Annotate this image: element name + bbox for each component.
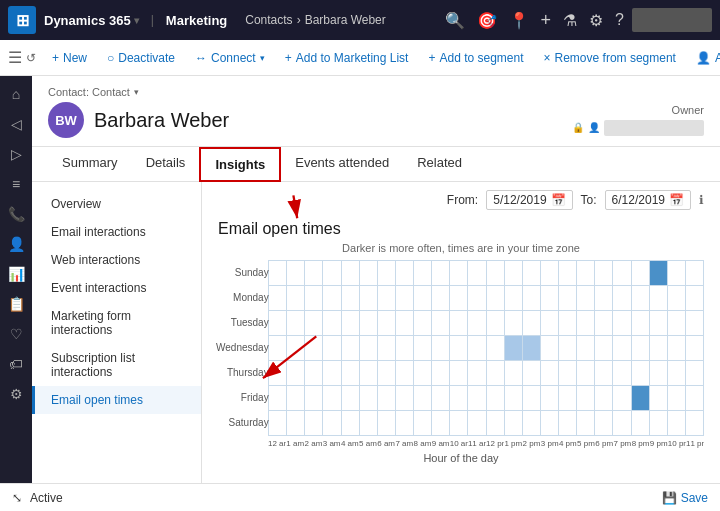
heatmap-cell — [487, 386, 504, 410]
heatmap-cell — [577, 311, 594, 335]
tab-summary[interactable]: Summary — [48, 147, 132, 182]
heatmap-cell — [396, 361, 413, 385]
chevron-down-icon: ▾ — [134, 87, 139, 97]
chevron-down-icon: ▾ — [260, 53, 265, 63]
heatmap-cell — [305, 311, 322, 335]
col-label: 1 am — [286, 439, 304, 448]
heatmap-cell — [305, 261, 322, 285]
nav-divider: | — [151, 13, 154, 27]
target-icon[interactable]: 🎯 — [477, 11, 497, 30]
nav-item-email-interactions[interactable]: Email interactions — [32, 218, 201, 246]
help-icon[interactable]: ? — [615, 11, 624, 29]
settings-icon[interactable]: ⚙ — [589, 11, 603, 30]
heatmap-cell — [414, 361, 431, 385]
deactivate-icon: ○ — [107, 51, 114, 65]
nav-item-marketing-form[interactable]: Marketing form interactions — [32, 302, 201, 344]
breadcrumb-contacts[interactable]: Contacts — [245, 13, 292, 27]
calendar-from-icon[interactable]: 📅 — [551, 193, 566, 207]
sidebar-home-icon[interactable]: ⌂ — [2, 80, 30, 108]
date-from-input[interactable]: 5/12/2019 📅 — [486, 190, 572, 210]
add-to-marketing-list-button[interactable]: + Add to Marketing List — [277, 47, 417, 69]
heatmap-cell — [632, 336, 649, 360]
heatmap-cell — [287, 411, 304, 435]
sidebar-settings-icon[interactable]: ⚙ — [2, 380, 30, 408]
date-range-bar: From: 5/12/2019 📅 To: 6/12/2019 📅 ℹ — [218, 190, 704, 210]
heatmap-cell — [414, 336, 431, 360]
heatmap-cell — [287, 336, 304, 360]
filter-icon[interactable]: ⚗ — [563, 11, 577, 30]
save-button[interactable]: 💾 Save — [662, 491, 708, 505]
date-to-input[interactable]: 6/12/2019 📅 — [605, 190, 691, 210]
sidebar-list-icon[interactable]: 📋 — [2, 290, 30, 318]
connect-button[interactable]: ↔ Connect ▾ — [187, 47, 273, 69]
sidebar-heart-icon[interactable]: ♡ — [2, 320, 30, 348]
heatmap-cell — [595, 411, 612, 435]
breadcrumb-contact-name[interactable]: Barbara Weber — [305, 13, 386, 27]
col-label: 8 am — [413, 439, 431, 448]
assign-button[interactable]: 👤 Assign — [688, 47, 720, 69]
nav-module[interactable]: Marketing — [166, 13, 227, 28]
tab-insights[interactable]: Insights — [199, 147, 281, 182]
nav-item-event-interactions[interactable]: Event interactions — [32, 274, 201, 302]
heatmap-cell — [523, 261, 540, 285]
col-label: 5 am — [359, 439, 377, 448]
nav-item-email-open-times[interactable]: Email open times — [32, 386, 201, 414]
heatmap-cell — [668, 311, 685, 335]
deactivate-button[interactable]: ○ Deactivate — [99, 47, 183, 69]
heatmap-cell — [342, 286, 359, 310]
heatmap-cell — [360, 336, 377, 360]
app-icon[interactable]: ⊞ — [8, 6, 36, 34]
heatmap-cell — [650, 286, 667, 310]
sidebar-forward-icon[interactable]: ▷ — [2, 140, 30, 168]
heatmap-cell — [541, 311, 558, 335]
heatmap-cell — [468, 386, 485, 410]
heatmap-cell — [468, 336, 485, 360]
heatmap-cell — [323, 386, 340, 410]
calendar-to-icon[interactable]: 📅 — [669, 193, 684, 207]
to-label: To: — [581, 193, 597, 207]
info-icon[interactable]: ℹ — [699, 193, 704, 207]
heatmap-cell — [559, 261, 576, 285]
tab-details[interactable]: Details — [132, 147, 200, 182]
expand-status-icon[interactable]: ⤡ — [12, 491, 22, 505]
add-icon[interactable]: + — [541, 10, 552, 31]
sidebar-tag-icon[interactable]: 🏷 — [2, 350, 30, 378]
heatmap-cell — [432, 336, 449, 360]
new-button[interactable]: + New — [44, 47, 95, 69]
nav-item-subscription-list[interactable]: Subscription list interactions — [32, 344, 201, 386]
col-label: 7 am — [395, 439, 413, 448]
col-label: 12 am — [268, 439, 286, 448]
row-label-thursday: Thursday — [216, 360, 273, 384]
app-name[interactable]: Dynamics 365 ▾ — [44, 13, 139, 28]
user-avatar[interactable] — [632, 8, 712, 32]
heatmap-cell — [360, 361, 377, 385]
location-icon[interactable]: 📍 — [509, 11, 529, 30]
sidebar-phone-icon[interactable]: 📞 — [2, 200, 30, 228]
sidebar-activities-icon[interactable]: ≡ — [2, 170, 30, 198]
tab-related[interactable]: Related — [403, 147, 476, 182]
heatmap-cell — [305, 361, 322, 385]
row-label-tuesday: Tuesday — [216, 310, 273, 334]
save-icon: 💾 — [662, 491, 677, 505]
sidebar-back-icon[interactable]: ◁ — [2, 110, 30, 138]
heatmap-cell — [523, 336, 540, 360]
heatmap-cell — [287, 386, 304, 410]
expand-icon[interactable]: ☰ — [8, 48, 22, 67]
heatmap-cell — [613, 336, 630, 360]
heatmap-cell — [468, 411, 485, 435]
refresh-icon[interactable]: ↺ — [26, 51, 36, 65]
nav-item-overview[interactable]: Overview — [32, 190, 201, 218]
add-to-segment-button[interactable]: + Add to segment — [420, 47, 531, 69]
heatmap-cell — [505, 336, 522, 360]
nav-item-web-interactions[interactable]: Web interactions — [32, 246, 201, 274]
col-labels: 12 am1 am2 am3 am4 am5 am6 am7 am8 am9 a… — [268, 439, 704, 448]
heatmap-cell — [487, 336, 504, 360]
contact-header: Contact: Contact ▾ BW Barbara Weber Owne… — [32, 76, 720, 147]
heatmap-grid — [268, 260, 704, 436]
sidebar-chart-icon[interactable]: 📊 — [2, 260, 30, 288]
heatmap-cell — [305, 386, 322, 410]
tab-events-attended[interactable]: Events attended — [281, 147, 403, 182]
sidebar-contacts-icon[interactable]: 👤 — [2, 230, 30, 258]
search-icon[interactable]: 🔍 — [445, 11, 465, 30]
remove-from-segment-button[interactable]: × Remove from segment — [536, 47, 684, 69]
